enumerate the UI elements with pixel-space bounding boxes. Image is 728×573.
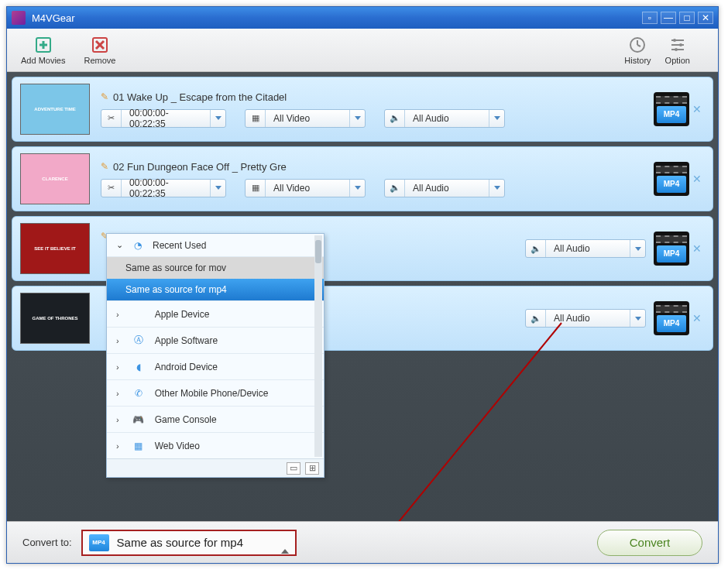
edit-icon[interactable]: ✎ [101,161,108,172]
thumbnail: ADVENTURE TIME [20,84,90,135]
app-window: M4VGear ▫ — □ ✕ Add Movies Remove Histor… [6,6,719,564]
dropdown-category-game[interactable]: ›🎮Game Console [107,406,324,432]
caret-icon [630,240,645,257]
movie-row: ADVENTURE TIME ✎ 01 Wake Up _ Escape fro… [12,77,713,142]
format-badge[interactable]: MP4 [654,301,689,335]
android-icon: ◖ [130,362,147,372]
audio-value: All Audio [546,243,630,254]
window-close-button[interactable]: ✕ [698,12,713,24]
film-icon: ▦ [130,441,147,451]
bottombar: Convert to: MP4 Same as source for mp4 C… [7,521,718,563]
caret-icon [489,180,504,197]
trim-dropdown[interactable]: ✂ 00:00:00-00:22:35 [101,109,226,128]
audio-value: All Audio [405,113,489,124]
remove-row-button[interactable]: ✕ [689,242,705,255]
film-icon: ▦ [246,180,266,197]
thumbnail: SEE IT BELIEVE IT [20,223,90,274]
add-icon [34,36,53,54]
dropdown-header-label: Recent Used [153,240,206,251]
convert-button[interactable]: Convert [597,530,702,556]
history-label: History [624,56,651,65]
format-badge[interactable]: MP4 [654,92,689,126]
clock-icon: ◔ [131,240,145,251]
svg-point-13 [679,43,682,46]
speaker-icon: 🔈 [385,180,405,197]
dropdown-footer: ▭ ⊞ [107,458,324,477]
dropdown-item[interactable]: Same as source for mp4 [107,279,324,300]
option-icon [668,36,687,54]
preset-remove-button[interactable]: ▭ [287,462,300,475]
dropdown-category-web[interactable]: ›▦Web Video [107,432,324,458]
output-format-selector[interactable]: MP4 Same as source for mp4 [81,530,297,556]
audio-dropdown[interactable]: 🔈 All Audio [525,309,646,328]
output-format-text: Same as source for mp4 [117,536,281,549]
edit-icon[interactable]: ✎ [101,91,108,102]
history-button[interactable]: History [624,36,651,65]
thumbnail: CLARENCE [20,153,90,204]
add-movies-button[interactable]: Add Movies [21,36,65,65]
dropdown-scrollbar[interactable] [314,235,322,457]
format-dropdown-panel: ⌄ ◔ Recent Used Same as source for mov S… [106,233,325,478]
trim-value: 00:00:00-00:22:35 [122,177,210,199]
caret-icon [349,180,365,197]
svg-line-15 [352,323,561,521]
format-badge[interactable]: MP4 [654,232,689,266]
dropdown-category-android[interactable]: ›◖Android Device [107,353,324,379]
remove-row-button[interactable]: ✕ [689,103,705,115]
audio-dropdown[interactable]: 🔈 All Audio [525,239,646,258]
dropdown-item[interactable]: Same as source for mov [107,257,324,279]
add-movies-label: Add Movies [21,56,65,65]
dropdown-category-apple-device[interactable]: ›Apple Device [107,300,324,327]
movie-title: 01 Wake Up _ Escape from the Citadel [113,91,287,103]
titlebar: M4VGear ▫ — □ ✕ [7,7,718,29]
audio-dropdown[interactable]: 🔈 All Audio [384,109,505,128]
speaker-icon: 🔈 [526,240,546,257]
option-button[interactable]: Option [665,36,690,65]
audio-value: All Audio [546,313,630,324]
remove-label: Remove [84,56,115,65]
option-label: Option [665,56,690,65]
dropdown-header-recent[interactable]: ⌄ ◔ Recent Used [107,234,324,257]
mp4-icon: MP4 [89,534,109,551]
thumbnail: GAME OF THRONES [20,293,90,344]
convert-to-label: Convert to: [22,537,72,548]
app-title: M4VGear [32,12,639,24]
app-logo-icon [12,11,26,25]
svg-line-8 [637,45,640,46]
trim-dropdown[interactable]: ✂ 00:00:00-00:22:35 [101,179,226,197]
format-badge[interactable]: MP4 [654,162,689,196]
trim-value: 00:00:00-00:22:35 [122,108,210,129]
phone-icon: ✆ [130,388,147,399]
chevron-right-icon: › [116,336,119,345]
window-minimize-button[interactable]: — [661,12,676,24]
chevron-right-icon: › [116,362,119,372]
preset-add-button[interactable]: ⊞ [305,462,319,475]
svg-point-12 [673,39,676,42]
speaker-icon: 🔈 [385,110,405,127]
movie-title: 02 Fun Dungeon Face Off _ Pretty Gre [113,161,287,173]
window-maximize-button[interactable]: □ [679,12,695,24]
appstore-icon: Ⓐ [130,334,147,347]
toolbar: Add Movies Remove History Option [7,29,718,72]
window-settings-button[interactable]: ▫ [642,12,658,24]
chevron-down-icon: ⌄ [116,240,123,250]
video-dropdown[interactable]: ▦ All Video [245,179,366,197]
remove-row-button[interactable]: ✕ [689,173,705,185]
caret-icon [630,310,645,327]
file-list: ADVENTURE TIME ✎ 01 Wake Up _ Escape fro… [7,72,718,521]
dropdown-category-phone[interactable]: ›✆Other Mobile Phone/Device [107,379,324,406]
movie-row: CLARENCE ✎ 02 Fun Dungeon Face Off _ Pre… [12,146,713,211]
caret-icon [349,110,365,127]
caret-icon [210,180,225,197]
chevron-right-icon: › [116,441,119,451]
remove-row-button[interactable]: ✕ [689,312,705,324]
video-dropdown[interactable]: ▦ All Video [245,109,366,128]
audio-dropdown[interactable]: 🔈 All Audio [384,179,505,197]
caret-icon [489,110,504,127]
chevron-right-icon: › [116,415,119,424]
dropdown-category-apple-software[interactable]: ›ⒶApple Software [107,327,324,353]
gamepad-icon: 🎮 [130,414,147,425]
remove-button[interactable]: Remove [84,36,115,65]
chevron-right-icon: › [116,310,119,319]
caret-up-icon [281,536,289,550]
